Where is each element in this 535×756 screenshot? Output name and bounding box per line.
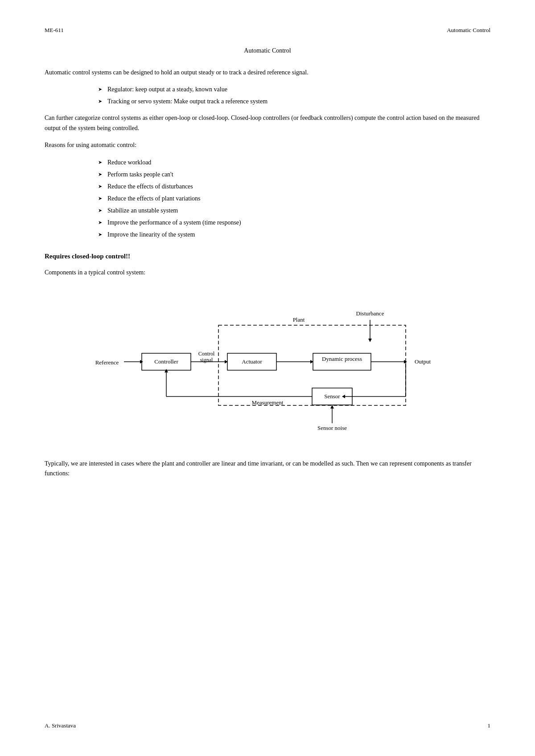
output-label: Output <box>415 358 431 365</box>
reasons-heading: Reasons for using automatic control: <box>45 140 490 150</box>
control-signal-label: Control <box>198 351 215 357</box>
sensor-label: Sensor <box>324 393 340 400</box>
list-item: Improve the performance of a system (tim… <box>98 218 490 227</box>
components-text: Components in a typical control system: <box>45 269 490 276</box>
actuator-label: Actuator <box>242 358 262 365</box>
list-item: Improve the linearity of the system <box>98 230 490 239</box>
course-code: ME-611 <box>45 27 64 34</box>
measurement-label: Measurement <box>252 399 284 406</box>
page-footer: A. Srivastava 1 <box>45 722 490 729</box>
page: ME-611 Automatic Control Automatic Contr… <box>0 0 535 756</box>
control-signal-label2: signal <box>200 357 213 363</box>
page-title: Automatic Control <box>45 47 490 54</box>
controller-label: Controller <box>154 358 178 365</box>
sensor-noise-label: Sensor noise <box>317 425 347 431</box>
list-item: Reduce the effects of disturbances <box>98 182 490 191</box>
svg-marker-22 <box>165 369 168 372</box>
control-system-diagram: Plant Disturbance Reference Controller C… <box>45 290 490 441</box>
categorize-paragraph: Can further categorize control systems a… <box>45 113 490 133</box>
list-item: Reduce the effects of plant variations <box>98 194 490 203</box>
page-number: 1 <box>488 722 491 729</box>
list-item: Tracking or servo system: Make output tr… <box>98 97 490 106</box>
intro-paragraph: Automatic control systems can be designe… <box>45 68 490 78</box>
svg-marker-16 <box>342 395 345 398</box>
disturbance-label: Disturbance <box>356 310 384 317</box>
svg-marker-2 <box>368 339 372 342</box>
author-name: A. Srivastava <box>45 722 76 729</box>
bottom-paragraph: Typically, we are interested in cases wh… <box>45 459 490 479</box>
list-item: Stabilize an unstable system <box>98 206 490 215</box>
reasons-bullet-list: Reduce workload Perform tasks people can… <box>98 158 490 239</box>
dynamic-process-label: Dynamic process <box>322 356 362 362</box>
closed-loop-heading: Requires closed-loop control!! <box>45 253 490 260</box>
subject-name: Automatic Control <box>447 27 490 34</box>
plant-label: Plant <box>293 316 305 323</box>
page-header: ME-611 Automatic Control <box>45 27 490 34</box>
list-item: Reduce workload <box>98 158 490 167</box>
reference-label: Reference <box>95 359 119 366</box>
list-item: Regulator: keep output at a steady, know… <box>98 85 490 94</box>
intro-bullet-list: Regulator: keep output at a steady, know… <box>98 85 490 106</box>
diagram-svg: Plant Disturbance Reference Controller C… <box>94 290 441 441</box>
list-item: Perform tasks people can't <box>98 170 490 179</box>
